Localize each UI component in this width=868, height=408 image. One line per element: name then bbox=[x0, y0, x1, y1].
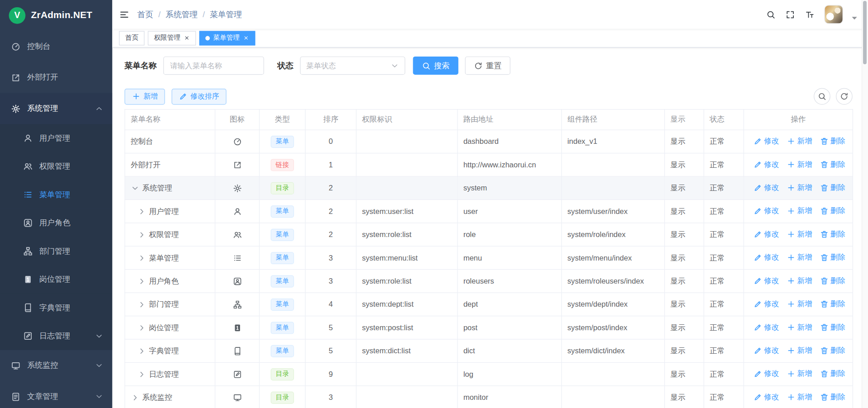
row-edit-link[interactable]: 修改 bbox=[754, 369, 779, 379]
sort-edit-button[interactable]: 修改排序 bbox=[172, 88, 226, 104]
page-scrollbar[interactable] bbox=[862, 0, 868, 408]
row-edit-link[interactable]: 修改 bbox=[754, 206, 779, 216]
delete-icon bbox=[820, 393, 829, 402]
row-add-link[interactable]: 新增 bbox=[787, 345, 812, 355]
sidebar-item-monitor[interactable]: 系统监控 bbox=[0, 350, 113, 381]
add-button[interactable]: 新增 bbox=[125, 88, 165, 104]
tab-1[interactable]: 权限管理 bbox=[148, 31, 196, 45]
sidebar-item-articles[interactable]: 文章管理 bbox=[0, 381, 113, 408]
row-edit-link[interactable]: 修改 bbox=[754, 229, 779, 239]
sidebar-item-external[interactable]: 外部打开 bbox=[0, 62, 113, 93]
search-icon bbox=[818, 92, 827, 101]
row-delete-link[interactable]: 删除 bbox=[820, 252, 845, 262]
sidebar-item-depts[interactable]: 部门管理 bbox=[0, 237, 113, 265]
sidebar-item-posts[interactable]: 岗位管理 bbox=[0, 266, 113, 294]
row-delete-link[interactable]: 删除 bbox=[820, 392, 845, 402]
close-icon[interactable] bbox=[243, 35, 249, 41]
row-edit-link[interactable]: 修改 bbox=[754, 345, 779, 355]
row-add-link[interactable]: 新增 bbox=[787, 229, 812, 239]
row-delete-link[interactable]: 删除 bbox=[820, 206, 845, 216]
table-row: 外部打开链接1http://www.izhaorui.cn显示正常修改新增删除 bbox=[125, 153, 853, 176]
cell-perm bbox=[356, 176, 458, 199]
breadcrumb-item-system[interactable]: 系统管理 bbox=[165, 9, 198, 19]
row-add-link[interactable]: 新增 bbox=[787, 322, 812, 332]
log-edit-icon bbox=[233, 370, 242, 379]
component-value: system/menu/index bbox=[567, 254, 632, 262]
row-edit-link[interactable]: 修改 bbox=[754, 252, 779, 262]
cell-component: system/dict/index bbox=[561, 339, 665, 362]
cell-perm: system:post:list bbox=[356, 316, 458, 339]
search-icon bbox=[766, 9, 776, 19]
close-icon[interactable] bbox=[184, 35, 190, 41]
app-logo: V ZrAdmin.NET bbox=[0, 0, 113, 31]
row-delete-link[interactable]: 删除 bbox=[820, 299, 845, 309]
row-add-link[interactable]: 新增 bbox=[787, 369, 812, 379]
sidebar-item-user-roles[interactable]: 用户角色 bbox=[0, 209, 113, 237]
type-tag: 链接 bbox=[271, 159, 294, 171]
fullscreen-button[interactable] bbox=[786, 9, 795, 19]
scrollbar-thumb[interactable] bbox=[863, 1, 867, 64]
op-label: 修改 bbox=[764, 275, 779, 285]
refresh-table-button[interactable] bbox=[836, 88, 853, 105]
menu-name-text: 系统监控 bbox=[142, 393, 172, 403]
row-add-link[interactable]: 新增 bbox=[787, 206, 812, 216]
sidebar-item-roles[interactable]: 权限管理 bbox=[0, 152, 113, 180]
row-delete-link[interactable]: 删除 bbox=[820, 136, 845, 146]
sidebar-item-logs[interactable]: 日志管理 bbox=[0, 322, 113, 350]
breadcrumb-separator: / bbox=[158, 10, 160, 19]
row-add-link[interactable]: 新增 bbox=[787, 299, 812, 309]
sidebar-item-menus[interactable]: 菜单管理 bbox=[0, 180, 113, 209]
cell-ops: 修改新增删除 bbox=[744, 176, 853, 199]
search-button[interactable]: 搜索 bbox=[413, 57, 458, 75]
perm-value: system:dict:list bbox=[362, 347, 410, 355]
row-add-link[interactable]: 新增 bbox=[787, 252, 812, 262]
op-label: 新增 bbox=[797, 369, 812, 379]
breadcrumb-item-home[interactable]: 首页 bbox=[137, 9, 154, 19]
row-delete-link[interactable]: 删除 bbox=[820, 229, 845, 239]
row-delete-link[interactable]: 删除 bbox=[820, 345, 845, 355]
breadcrumb-item-menu[interactable]: 菜单管理 bbox=[210, 9, 242, 19]
row-delete-link[interactable]: 删除 bbox=[820, 159, 845, 169]
row-edit-link[interactable]: 修改 bbox=[754, 299, 779, 309]
sidebar-item-system[interactable]: 系统管理 bbox=[0, 93, 113, 124]
row-edit-link[interactable]: 修改 bbox=[754, 392, 779, 402]
row-delete-link[interactable]: 删除 bbox=[820, 322, 845, 332]
row-add-link[interactable]: 新增 bbox=[787, 159, 812, 169]
tab-2[interactable]: 菜单管理 bbox=[199, 31, 255, 45]
row-edit-link[interactable]: 修改 bbox=[754, 275, 779, 285]
cell-perm: system:user:list bbox=[356, 199, 458, 223]
cell-order: 1 bbox=[305, 153, 356, 176]
row-delete-link[interactable]: 删除 bbox=[820, 369, 845, 379]
status-select[interactable]: 菜单状态 bbox=[300, 57, 406, 75]
row-delete-link[interactable]: 删除 bbox=[820, 275, 845, 285]
cell-component: system/dept/index bbox=[561, 293, 665, 316]
row-delete-link[interactable]: 删除 bbox=[820, 182, 845, 192]
user-avatar[interactable] bbox=[824, 5, 843, 24]
header-search-button[interactable] bbox=[766, 9, 776, 19]
delete-icon bbox=[820, 183, 829, 192]
sidebar-item-dicts[interactable]: 字典管理 bbox=[0, 294, 113, 322]
sidebar-item-users[interactable]: 用户管理 bbox=[0, 124, 113, 152]
row-add-link[interactable]: 新增 bbox=[787, 275, 812, 285]
tab-0[interactable]: 首页 bbox=[119, 31, 144, 45]
op-label: 删除 bbox=[830, 229, 845, 239]
sidebar-item-label: 字典管理 bbox=[39, 303, 71, 313]
font-size-button[interactable] bbox=[805, 9, 814, 19]
reset-button[interactable]: 重置 bbox=[465, 57, 510, 75]
component-value: index_v1 bbox=[567, 138, 597, 146]
column-header-status: 状态 bbox=[704, 109, 744, 130]
row-edit-link[interactable]: 修改 bbox=[754, 322, 779, 332]
row-add-link[interactable]: 新增 bbox=[787, 392, 812, 402]
row-add-link[interactable]: 新增 bbox=[787, 136, 812, 146]
menu-name-input[interactable] bbox=[163, 57, 264, 75]
font-size-icon bbox=[805, 9, 814, 19]
caret-down-icon[interactable] bbox=[850, 13, 859, 23]
sidebar-toggle-button[interactable] bbox=[119, 9, 129, 19]
row-edit-link[interactable]: 修改 bbox=[754, 159, 779, 169]
toggle-search-button[interactable] bbox=[814, 88, 830, 105]
row-edit-link[interactable]: 修改 bbox=[754, 182, 779, 192]
row-add-link[interactable]: 新增 bbox=[787, 182, 812, 192]
row-edit-link[interactable]: 修改 bbox=[754, 136, 779, 146]
op-label: 删除 bbox=[830, 252, 845, 262]
sidebar-item-dashboard[interactable]: 控制台 bbox=[0, 31, 113, 62]
